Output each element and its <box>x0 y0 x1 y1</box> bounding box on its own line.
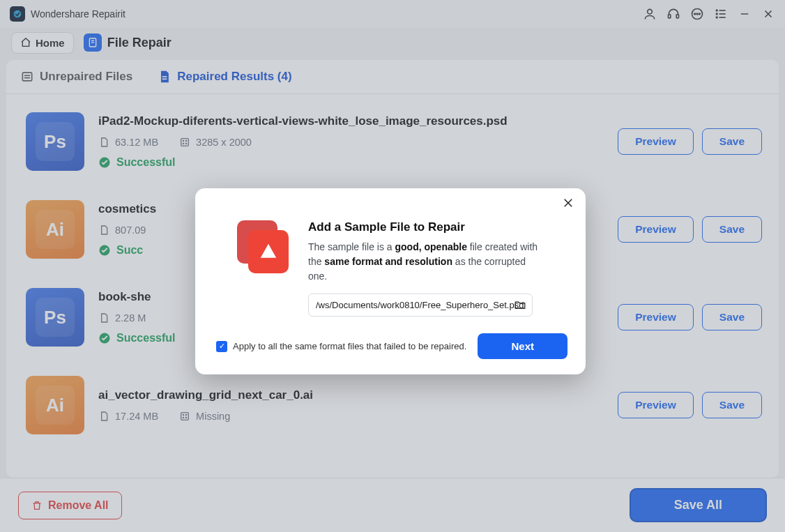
sample-file-icon <box>237 220 293 276</box>
close-icon[interactable] <box>562 197 574 209</box>
next-button[interactable]: Next <box>478 333 567 359</box>
modal-description: The sample file is a good, openable file… <box>308 240 545 284</box>
modal-title: Add a Sample File to Repair <box>308 220 545 234</box>
add-sample-modal: Add a Sample File to Repair The sample f… <box>195 188 586 374</box>
check-icon: ✓ <box>216 341 227 352</box>
folder-icon[interactable] <box>514 298 526 311</box>
sample-path-input[interactable]: /ws/Documents/work0810/Free_Superhero_Se… <box>308 294 533 317</box>
apply-all-label: Apply to all the same format files that … <box>233 341 466 351</box>
apply-all-checkbox[interactable]: ✓ Apply to all the same format files tha… <box>216 341 466 352</box>
sample-path-value: /ws/Documents/work0810/Free_Superhero_Se… <box>316 300 524 310</box>
